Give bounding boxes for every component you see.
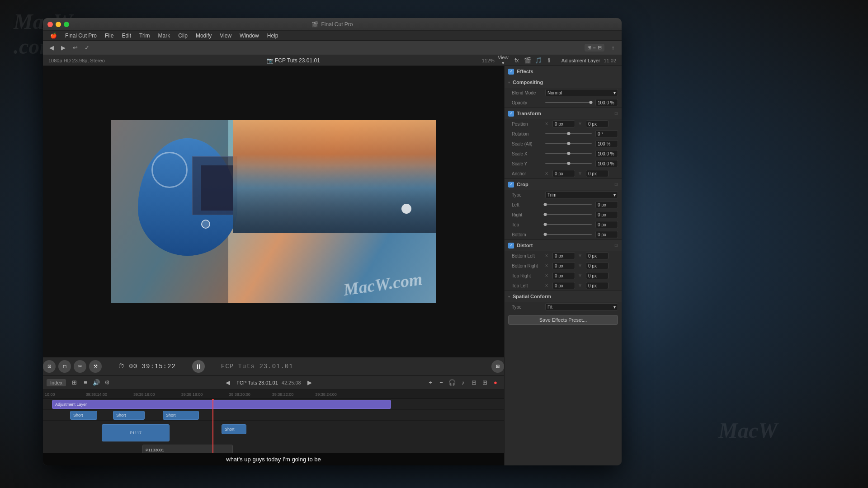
menu-clip[interactable]: Clip [175,32,191,40]
distort-header[interactable]: ✓ Distort ⊡ [505,240,622,251]
clip-appearance-button[interactable]: ⊟ [469,378,479,388]
camera-icon: 📷 [267,57,274,64]
distort-tr-y-value[interactable]: 0 px [586,272,609,279]
distort-tl-y-value[interactable]: 0 px [586,282,609,289]
audio-meters-button[interactable]: 🔊 [91,378,101,388]
scale-all-value[interactable]: 100 % [595,140,618,147]
spatial-type-select[interactable]: Fit ▾ [545,303,618,310]
timeline-settings-button[interactable]: ⚙ [102,378,112,388]
crop-checkbox[interactable]: ✓ [508,182,514,188]
distort-bl-y-value[interactable]: 0 px [586,252,609,259]
audio-panel-button[interactable]: 🎵 [533,56,543,66]
opacity-slider[interactable] [545,102,592,103]
blade-tool-button[interactable]: ✂ [74,360,86,373]
crop-bottom-slider[interactable] [545,234,592,235]
maximize-button[interactable] [64,22,69,27]
menu-help[interactable]: Help [264,32,282,40]
crop-top-slider[interactable] [545,224,592,225]
distort-br-y-value[interactable]: 0 px [586,262,609,269]
menu-trim[interactable]: Trim [136,32,154,40]
effects-section-header[interactable]: ✓ Effects [505,66,622,77]
close-button[interactable] [47,22,53,27]
minimize-button[interactable] [56,22,61,27]
blend-mode-select[interactable]: Normal ▾ [545,89,618,96]
menu-window[interactable]: Window [236,32,263,40]
adjustment-layer-clip[interactable]: Adjustment Layer [52,400,391,409]
connections-button[interactable]: ⊞ [480,378,490,388]
audio-button[interactable]: ♪ [458,378,468,388]
view-dropdown-button[interactable]: View ▾ [498,56,508,66]
fullscreen-button[interactable]: ⊡ [43,360,56,373]
crop-header[interactable]: ✓ Crop ⊡ [505,179,622,190]
transform-checkbox[interactable]: ✓ [508,111,514,117]
menu-modify[interactable]: Modify [192,32,215,40]
selection-tool-button[interactable]: ◻ [58,360,71,373]
distort-tl-y-axis: Y [579,283,584,288]
media-browser-button[interactable]: ⊞ [70,378,80,388]
distort-checkbox[interactable]: ✓ [508,243,514,249]
crop-left-value[interactable]: 0 px [595,201,618,208]
short-clip-2[interactable]: Short [113,411,145,420]
rotation-slider[interactable] [545,133,592,134]
effects-panel-button[interactable]: fx [512,56,522,66]
compositing-header[interactable]: ▾ Compositing [505,77,622,88]
position-x-value[interactable]: 0 px [552,120,575,127]
menu-apple[interactable]: 🍎 [47,32,61,40]
scale-y-slider[interactable] [545,163,592,164]
anchor-x-value[interactable]: 0 px [552,170,575,177]
position-y-value[interactable]: 0 px [586,120,609,127]
index-button[interactable]: Index [47,379,66,386]
anchor-y-value[interactable]: 0 px [586,170,609,177]
menu-view[interactable]: View [216,32,235,40]
record-button[interactable]: ● [491,378,500,388]
crop-reset-icon[interactable]: ⊡ [614,182,618,187]
next-clip-button[interactable]: ▶ [305,378,315,388]
video-panel-button[interactable]: 🎬 [523,56,533,66]
menu-finalcutpro[interactable]: Final Cut Pro [61,32,100,40]
scale-x-value[interactable]: 100.0 % [595,150,618,157]
short-clip-3[interactable]: Short [163,411,199,420]
scale-all-slider[interactable] [545,143,592,144]
info-panel-button[interactable]: ℹ [544,56,554,66]
save-effects-preset-button[interactable]: Save Effects Preset... [508,315,618,325]
timeline-clip-button[interactable]: ≡ [80,378,90,388]
forward-button[interactable]: ▶ [58,43,68,53]
crop-bottom-value[interactable]: 0 px [595,231,618,238]
distort-br-x-value[interactable]: 0 px [552,262,575,269]
effects-checkbox[interactable]: ✓ [508,69,514,75]
scale-x-slider[interactable] [545,153,592,154]
short-clip-4[interactable]: Short [222,424,246,434]
tools-button[interactable]: ⚒ [89,360,102,373]
headphones-button[interactable]: 🎧 [447,378,457,388]
distort-tr-x-value[interactable]: 0 px [552,272,575,279]
prev-clip-button[interactable]: ◀ [223,378,233,388]
zoom-in-timeline-button[interactable]: + [425,378,435,388]
play-pause-button[interactable]: ⏸ [192,360,205,373]
opacity-value[interactable]: 100.0 % [595,99,618,106]
crop-left-slider[interactable] [545,204,592,205]
crop-right-value[interactable]: 0 px [595,211,618,218]
undo-button[interactable]: ↩ [70,43,80,53]
back-button[interactable]: ◀ [47,43,57,53]
crop-right-slider[interactable] [545,214,592,215]
spatial-conform-header[interactable]: ▾ Spatial Conform [505,291,622,302]
distort-tl-x-value[interactable]: 0 px [552,282,575,289]
zoom-out-timeline-button[interactable]: − [436,378,446,388]
distort-bl-x-value[interactable]: 0 px [552,252,575,259]
menu-file[interactable]: File [101,32,117,40]
transform-reset-icon[interactable]: ⊡ [614,111,618,116]
menu-mark[interactable]: Mark [155,32,174,40]
share-button[interactable]: ↑ [608,43,618,53]
short-clip-1[interactable]: Short [70,411,97,420]
p1133001-clip[interactable]: P1133001 [142,445,233,453]
distort-reset-icon[interactable]: ⊡ [614,243,618,248]
rotation-value[interactable]: 0 ° [595,130,618,137]
transform-header[interactable]: ✓ Transform ⊡ [505,108,622,119]
p1117-clip[interactable]: P1117 [102,424,170,441]
check-button[interactable]: ✓ [82,43,92,53]
menu-edit[interactable]: Edit [118,32,135,40]
crop-type-select[interactable]: Trim ▾ [545,191,618,198]
scale-y-value[interactable]: 100.0 % [595,160,618,167]
expand-video-button[interactable]: ⊞ [491,360,504,373]
crop-top-value[interactable]: 0 px [595,221,618,228]
